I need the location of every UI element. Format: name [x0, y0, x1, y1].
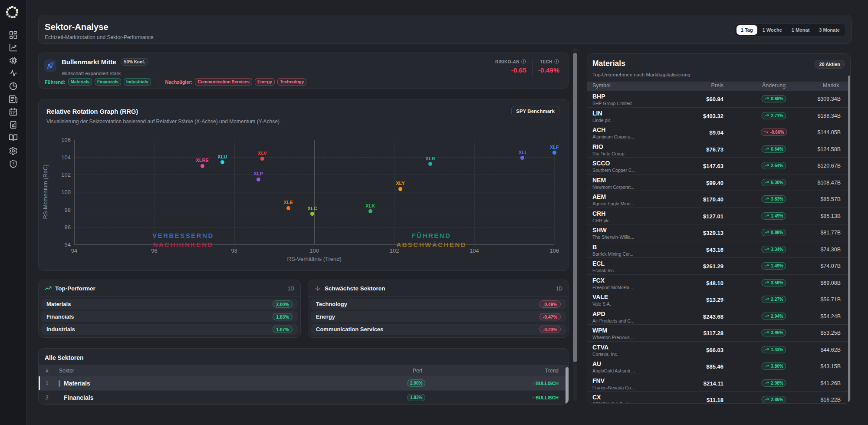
- stock-row-RIO[interactable]: RIORio Tinto Group$76.730.64%$124.58B: [587, 141, 850, 158]
- sidebar-item-shield-alert-icon[interactable]: [9, 159, 18, 168]
- market-status-card: Bullenmarkt Mitte 50% Konf. Wirtschaft e…: [38, 53, 569, 89]
- sector-chip: Technology: [277, 78, 306, 86]
- stock-row-CTVA[interactable]: CTVACorteva, Inc.$66.031.43%$44.62B: [587, 342, 850, 359]
- sector-performance-row[interactable]: Materials2.00%: [41, 299, 298, 310]
- rrg-point-label: XLC: [308, 206, 317, 211]
- rrg-point-label: XLP: [253, 171, 263, 176]
- stock-row-FCX[interactable]: FCXFreeport-McMoRa...$48.103.56%$69.08B: [587, 275, 850, 292]
- quadrant-label: NACHHINKEND: [153, 241, 213, 248]
- rrg-point-label: XLB: [426, 156, 435, 161]
- metric-tech: TECH -0.49%: [533, 59, 565, 77]
- rrg-point-XLE[interactable]: [286, 206, 290, 210]
- page-title: Sektor-Analyse: [45, 22, 108, 32]
- sector-chip: Energy: [255, 78, 275, 86]
- range-button-1-tag[interactable]: 1 Tag: [736, 25, 757, 35]
- all-sectors-title: Alle Sektoren: [45, 354, 83, 361]
- stock-row-SHW[interactable]: SHWThe Sherwin-Willia...$329.130.88%$81.…: [587, 224, 850, 241]
- rrg-point-XLK[interactable]: [368, 209, 372, 213]
- stocks-table-header: Symbol Preis Änderung Marktk.: [587, 82, 850, 91]
- sector-performance-row[interactable]: Financials1.83%: [41, 311, 298, 322]
- stock-row-ACH[interactable]: ACHAluminum Corpora...$9.04-0.66%$144.05…: [587, 124, 850, 141]
- stock-row-ECL[interactable]: ECLEcolab Inc.$261.291.49%$74.07B: [587, 258, 850, 275]
- stock-row-BHP[interactable]: BHPBHP Group Limited$60.940.68%$309.34B: [587, 91, 850, 108]
- metric-risiko-an: RISIKO-AN -0.65: [490, 59, 532, 77]
- sector-chip: Industrials: [124, 78, 151, 86]
- range-button-1-monat[interactable]: 1 Monat: [787, 25, 814, 35]
- all-sectors-row-financials[interactable]: 2Financials1.83%↑ BULLISCH: [39, 391, 569, 405]
- page-header: Sektor-Analyse Echtzeit-Marktrotation un…: [38, 15, 852, 44]
- chips-group-label: Führend:: [45, 79, 66, 85]
- sidebar-item-dashboard-icon[interactable]: [9, 30, 18, 40]
- stock-row-B[interactable]: BBarrick Mining Cor...$43.163.34%$74.30B: [587, 241, 850, 258]
- period-badge: 1D: [288, 286, 294, 292]
- sector-chip: Communication Services: [195, 78, 252, 86]
- range-button-3-monate[interactable]: 3 Monate: [815, 25, 844, 35]
- quadrant-label: FÜHREND: [412, 232, 451, 239]
- range-button-1-woche[interactable]: 1 Woche: [758, 25, 786, 35]
- rrg-card: Relative Rotation Graph (RRG) Visualisie…: [38, 99, 569, 271]
- stock-row-SCCO[interactable]: SCCOSouthern Copper C...$147.632.54%$120…: [587, 158, 850, 175]
- sidebar-item-newspaper-icon[interactable]: [9, 95, 18, 104]
- sector-analysis-app: Sektor-Analyse Echtzeit-Marktrotation un…: [0, 0, 868, 425]
- app-logo-icon[interactable]: [6, 6, 19, 19]
- rrg-point-label: XLY: [396, 181, 404, 186]
- weakest-sectors-card: Schwächste Sektoren 1D Technology-0.49%E…: [308, 280, 569, 338]
- info-icon: [554, 59, 559, 64]
- rrg-point-XLC[interactable]: [310, 212, 314, 216]
- stock-row-LIN[interactable]: LINLinde plc$403.322.71%$188.34B: [587, 108, 850, 125]
- stocks-scrollbar[interactable]: [848, 76, 851, 402]
- sector-chip: Financials: [95, 78, 121, 86]
- sidebar-item-chart-line-icon[interactable]: [9, 43, 18, 52]
- sidebar-item-activity-icon[interactable]: [9, 69, 18, 78]
- panel-title: Materials: [592, 59, 625, 68]
- stock-row-APD[interactable]: APDAir Products and C...$243.682.94%$54.…: [587, 308, 850, 325]
- top-performers-title: Top-Performer: [55, 285, 95, 292]
- sidebar-item-cpu-icon[interactable]: [9, 56, 18, 65]
- panel-subtitle: Top-Unternehmen nach Marktkapitalisierun…: [592, 72, 690, 77]
- sidebar-item-pie-chart-icon[interactable]: [9, 82, 18, 91]
- all-sectors-card: Alle Sektoren # Sektor Perf. Trend 1Mate…: [38, 348, 569, 405]
- stock-row-CRH[interactable]: CRHCRH plc$127.011.49%$85.13B: [587, 208, 850, 225]
- confidence-badge: 50% Konf.: [121, 58, 148, 66]
- rrg-point-XLF[interactable]: [552, 151, 556, 155]
- selected-indicator: [59, 380, 60, 387]
- chips-group-label: Nachzügler:: [165, 79, 193, 85]
- sectors-table-scrollbar[interactable]: [566, 367, 569, 404]
- rrg-plot: 949698100102104106949698100102104106RS-V…: [39, 99, 569, 270]
- sidebar-item-calendar-icon[interactable]: [9, 107, 18, 116]
- rocket-icon: [44, 59, 56, 72]
- stock-row-NEM[interactable]: NEMNewmont Corporat...$99.405.30%$108.47…: [587, 175, 850, 191]
- sidebar-item-report-icon[interactable]: [9, 120, 18, 129]
- stock-row-VALE[interactable]: VALEVale S.A.$13.292.27%$56.71B: [587, 291, 850, 308]
- top-performers-card: Top-Performer 1D Materials2.00%Financial…: [38, 280, 301, 338]
- all-sectors-row-materials[interactable]: 1Materials2.00%↑ BULLISCH: [39, 376, 569, 391]
- stock-row-CX[interactable]: CXCEMEX, S.A.B. de ...$11.182.85%$16.22B: [587, 392, 850, 404]
- rrg-point-XLY[interactable]: [398, 187, 402, 191]
- sector-performance-row[interactable]: Industrials1.07%: [41, 324, 298, 335]
- rrg-point-XLRE[interactable]: [201, 164, 204, 168]
- stock-count-badge: 20 Aktien: [815, 60, 845, 69]
- main-scrollbar[interactable]: [573, 48, 577, 402]
- sector-performance-row[interactable]: Energy-0.47%: [311, 311, 566, 322]
- rrg-point-XLV[interactable]: [260, 157, 264, 161]
- sidebar-item-settings-icon[interactable]: [9, 146, 18, 155]
- sector-performance-row[interactable]: Technology-0.49%: [311, 299, 566, 310]
- rrg-point-XLP[interactable]: [256, 178, 260, 181]
- stock-row-AU[interactable]: AUAngloGold Ashanti ...$85.463.80%$43.15…: [587, 358, 850, 375]
- stock-row-FNV[interactable]: FNVFranco-Nevada Co...$214.112.98%$41.26…: [587, 375, 850, 392]
- sector-performance-row[interactable]: Communication Services-0.23%: [311, 324, 566, 335]
- all-sectors-header: # Sektor Perf. Trend: [39, 365, 569, 376]
- sidebar-item-book-open-icon[interactable]: [9, 133, 18, 142]
- sector-stocks-panel: Materials 20 Aktien Top-Unternehmen nach…: [587, 53, 851, 404]
- main-scrollbar-thumb[interactable]: [573, 53, 577, 362]
- sector-chip: Materials: [68, 78, 92, 86]
- rrg-point-XLB[interactable]: [428, 162, 432, 166]
- quadrant-label: VERBESSERND: [152, 232, 214, 239]
- rrg-point-XLI[interactable]: [520, 156, 524, 160]
- rrg-point-XLU[interactable]: [220, 160, 224, 164]
- stock-row-AEM[interactable]: AEMAgnico Eagle Mine...$170.403.83%$85.5…: [587, 191, 850, 208]
- market-phase-title: Bullenmarkt Mitte: [62, 58, 116, 66]
- sector-chips-row: Führend:MaterialsFinancialsIndustrialsNa…: [45, 78, 306, 86]
- rrg-point-label: XLU: [217, 154, 227, 159]
- stock-row-WPM[interactable]: WPMWheaton Precious ...$117.283.95%$53.2…: [587, 325, 850, 342]
